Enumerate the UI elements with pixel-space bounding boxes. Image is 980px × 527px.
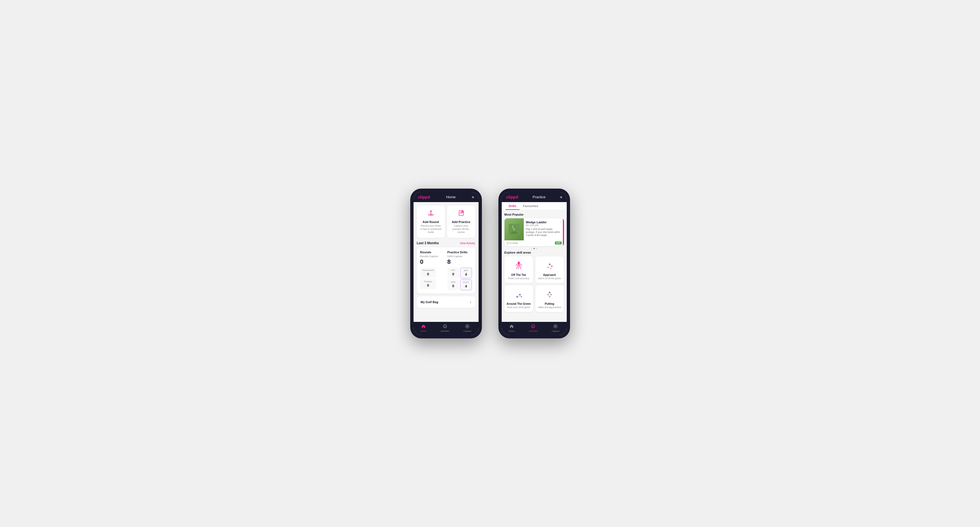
svg-point-17 — [514, 229, 515, 230]
putt-value: 4 — [465, 284, 467, 288]
app-stat: APP 4 — [460, 268, 472, 278]
card-accent — [563, 218, 564, 246]
most-popular-label: Most Popular — [504, 213, 564, 216]
add-practice-card[interactable]: Add Practice Capture your practice off-t… — [447, 205, 475, 238]
svg-point-46 — [533, 325, 533, 326]
nav-capture[interactable]: Capture — [463, 324, 471, 332]
home-content: Add Round Record your shots in fast or e… — [414, 202, 479, 322]
skill-grid: Off The Tee Power and accuracy — [504, 256, 564, 312]
add-practice-subtitle: Capture your practice off-the-course — [450, 224, 473, 234]
skill-off-the-tee[interactable]: Off The Tee Power and accuracy — [504, 256, 533, 283]
practice-label: Practice — [422, 280, 434, 283]
logo-2: clippd — [506, 195, 518, 199]
around-green-title: Around The Green — [507, 302, 531, 305]
practice-stat: Practice 0 — [420, 279, 436, 289]
stats-grid: Rounds Rounds Capture 0 Tournament 0 Pra… — [420, 251, 472, 290]
bottom-nav-practice: Home Activities Capture — [502, 322, 567, 335]
add-practice-title: Add Practice — [450, 220, 473, 224]
header-practice: clippd Practice ≡ — [502, 192, 567, 202]
nav-capture-2[interactable]: Capture — [552, 324, 559, 332]
svg-line-43 — [548, 295, 550, 297]
drill-description: Play 1 shot at each target yardage. If y… — [526, 228, 562, 237]
bottom-nav-home: Home Activities Capture — [414, 322, 479, 335]
section-header: Last 3 Months View Activity — [417, 241, 475, 245]
svg-point-16 — [511, 232, 517, 234]
drill-footer: 9 shots APP — [504, 240, 564, 246]
nav-activities-label: Activities — [441, 330, 449, 332]
svg-line-35 — [520, 295, 522, 297]
drills-sub-stats: OTT 0 APP 4 ARG 0 — [447, 268, 472, 290]
nav-home[interactable]: Home — [420, 324, 426, 332]
app-badge: APP — [555, 241, 562, 244]
svg-point-24 — [518, 262, 520, 263]
add-round-card[interactable]: Add Round Record your shots in fast or e… — [417, 205, 445, 238]
golf-bag-row[interactable]: My Golf Bag › — [417, 296, 475, 308]
drill-yardage: 50–100 yds — [526, 224, 547, 227]
tournament-label: Tournament — [422, 269, 434, 271]
arg-value: 0 — [452, 284, 454, 288]
putting-subtitle: Make and lag practice — [538, 306, 562, 309]
drills-section: Practice Drills Drills Capture 8 OTT 0 A… — [447, 251, 472, 290]
dot-3 — [536, 248, 537, 249]
shots-count: 9 shots — [510, 242, 518, 244]
drill-card-inner: Wedge Ladder 50–100 yds ☆ Play 1 shot at… — [504, 218, 564, 240]
tabs-row: Drills Favourites — [502, 202, 567, 210]
golf-bag-label: My Golf Bag — [421, 300, 438, 304]
svg-point-27 — [547, 267, 549, 268]
arg-label: ARG — [450, 281, 457, 283]
drill-image — [504, 218, 524, 240]
rounds-section: Rounds Rounds Capture 0 Tournament 0 Pra… — [420, 251, 445, 290]
nav-activities-2[interactable]: Activities — [529, 324, 538, 332]
tab-drills[interactable]: Drills — [506, 202, 520, 210]
rounds-title: Rounds — [420, 251, 445, 254]
phone-practice: clippd Practice ≡ Drills Favourites Most… — [498, 189, 570, 338]
drill-info: Wedge Ladder 50–100 yds ☆ Play 1 shot at… — [524, 218, 564, 240]
star-icon[interactable]: ☆ — [559, 221, 562, 224]
header-title-2: Practice — [533, 195, 546, 199]
menu-icon[interactable]: ≡ — [472, 195, 474, 199]
svg-line-42 — [550, 292, 551, 295]
stats-card: Rounds Rounds Capture 0 Tournament 0 Pra… — [417, 247, 475, 294]
add-round-icon — [420, 209, 442, 219]
section-title: Last 3 Months — [417, 241, 439, 245]
skill-approach[interactable]: Approach Dial-in to hit the green — [535, 256, 564, 283]
svg-line-29 — [550, 264, 552, 266]
approach-title: Approach — [538, 273, 562, 276]
action-cards: Add Round Record your shots in fast or e… — [417, 205, 475, 238]
capture-icon — [465, 324, 469, 329]
home-icon — [421, 324, 426, 329]
activities-icon-2 — [531, 324, 535, 329]
svg-point-11 — [445, 325, 445, 326]
menu-icon-2[interactable]: ≡ — [560, 195, 562, 199]
home-icon-2 — [509, 324, 514, 329]
svg-point-10 — [443, 325, 447, 328]
nav-home-2[interactable]: Home — [509, 324, 514, 332]
chevron-right-icon: › — [470, 300, 471, 305]
putting-icon-area — [538, 289, 562, 301]
skill-putting[interactable]: Putting Make and lag practice — [535, 285, 564, 312]
svg-line-44 — [550, 295, 551, 297]
tab-favourites[interactable]: Favourites — [520, 202, 542, 210]
header-title: Home — [446, 195, 456, 199]
dot-1 — [531, 248, 532, 249]
add-round-subtitle: Record your shots in fast or enhanced mo… — [420, 224, 442, 234]
ott-label: OTT — [450, 269, 457, 271]
nav-activities[interactable]: Activities — [441, 324, 449, 332]
logo: clippd — [418, 195, 430, 199]
svg-point-45 — [531, 325, 535, 328]
ott-value: 0 — [452, 272, 454, 276]
drill-title: Wedge Ladder — [526, 221, 547, 224]
nav-home-label: Home — [420, 330, 426, 332]
capture-icon-2 — [553, 324, 558, 329]
view-activity-link[interactable]: View Activity — [460, 242, 475, 245]
drills-capture-label: Drills Capture — [447, 255, 472, 258]
app-label: APP — [463, 269, 469, 272]
drill-image-placeholder — [504, 218, 524, 240]
nav-home-label-2: Home — [509, 330, 514, 332]
skill-around-green[interactable]: Around The Green Hone your short game — [504, 285, 533, 312]
rounds-sub-stats: Tournament 0 Practice 0 — [420, 268, 445, 289]
tournament-stat: Tournament 0 — [420, 268, 436, 278]
nav-capture-label-2: Capture — [552, 330, 559, 332]
drill-card[interactable]: Wedge Ladder 50–100 yds ☆ Play 1 shot at… — [504, 218, 564, 246]
off-the-tee-title: Off The Tee — [507, 273, 531, 276]
